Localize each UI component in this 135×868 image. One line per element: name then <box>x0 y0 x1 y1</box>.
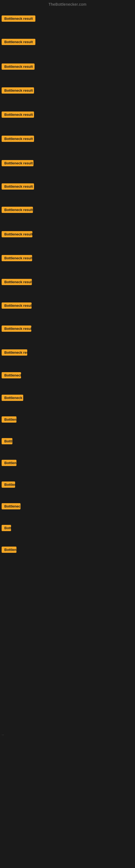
ellipsis: ... <box>2 733 4 736</box>
result-item-7: Bottleneck result <box>2 183 34 191</box>
result-item-23: Bottlene <box>2 547 16 554</box>
result-item-14: Bottleneck res <box>2 349 27 357</box>
result-item-19: Bottlene <box>2 460 16 467</box>
result-item-4: Bottleneck result <box>2 112 34 119</box>
result-item-0: Bottleneck result <box>2 16 35 23</box>
result-item-3: Bottleneck result <box>2 87 34 95</box>
result-item-10: Bottleneck result <box>2 255 32 262</box>
result-item-16: Bottleneck re <box>2 395 23 402</box>
bottleneck-badge-15[interactable]: Bottleneck <box>2 372 21 378</box>
result-item-1: Bottleneck result <box>2 39 35 46</box>
bottleneck-badge-20[interactable]: Bottlen <box>2 482 15 488</box>
result-item-12: Bottleneck result <box>2 303 32 310</box>
bottleneck-badge-22[interactable]: Bott <box>2 525 11 531</box>
result-item-5: Bottleneck result <box>2 135 34 143</box>
bottleneck-badge-7[interactable]: Bottleneck result <box>2 183 34 190</box>
bottleneck-badge-17[interactable]: Bottlene <box>2 416 16 423</box>
result-item-22: Bott <box>2 525 11 532</box>
bottleneck-badge-8[interactable]: Bottleneck result <box>2 207 33 213</box>
result-item-21: Bottleneck <box>2 503 20 510</box>
result-item-6: Bottleneck result <box>2 160 34 167</box>
bottleneck-badge-1[interactable]: Bottleneck result <box>2 39 35 45</box>
bottleneck-badge-19[interactable]: Bottlene <box>2 460 16 466</box>
result-item-20: Bottlen <box>2 482 15 489</box>
bottleneck-badge-3[interactable]: Bottleneck result <box>2 87 34 94</box>
bottleneck-badge-13[interactable]: Bottleneck result <box>2 326 31 332</box>
result-item-18: Bottl <box>2 438 12 445</box>
bottleneck-badge-16[interactable]: Bottleneck re <box>2 395 23 401</box>
bottleneck-badge-18[interactable]: Bottl <box>2 438 12 444</box>
page-wrapper: TheBottlenecker.com Bottleneck resultBot… <box>0 0 135 868</box>
bottleneck-badge-6[interactable]: Bottleneck result <box>2 160 34 166</box>
result-item-2: Bottleneck result <box>2 63 35 71</box>
bottleneck-badge-14[interactable]: Bottleneck res <box>2 349 27 355</box>
bottleneck-badge-4[interactable]: Bottleneck result <box>2 112 34 118</box>
bottleneck-badge-10[interactable]: Bottleneck result <box>2 255 32 261</box>
result-item-13: Bottleneck result <box>2 326 31 333</box>
bottleneck-badge-2[interactable]: Bottleneck result <box>2 63 35 70</box>
result-item-15: Bottleneck <box>2 372 21 379</box>
bottleneck-badge-0[interactable]: Bottleneck result <box>2 16 35 22</box>
bottleneck-badge-12[interactable]: Bottleneck result <box>2 303 32 309</box>
bottleneck-badge-5[interactable]: Bottleneck result <box>2 135 34 142</box>
result-item-9: Bottleneck result <box>2 231 32 239</box>
bottleneck-badge-9[interactable]: Bottleneck result <box>2 231 32 237</box>
result-item-11: Bottleneck result <box>2 279 32 286</box>
bottleneck-badge-11[interactable]: Bottleneck result <box>2 279 32 285</box>
site-header: TheBottlenecker.com <box>0 0 135 8</box>
bottleneck-badge-23[interactable]: Bottlene <box>2 547 16 553</box>
bottleneck-badge-21[interactable]: Bottleneck <box>2 503 20 509</box>
result-item-17: Bottlene <box>2 416 16 424</box>
result-item-8: Bottleneck result <box>2 207 33 214</box>
